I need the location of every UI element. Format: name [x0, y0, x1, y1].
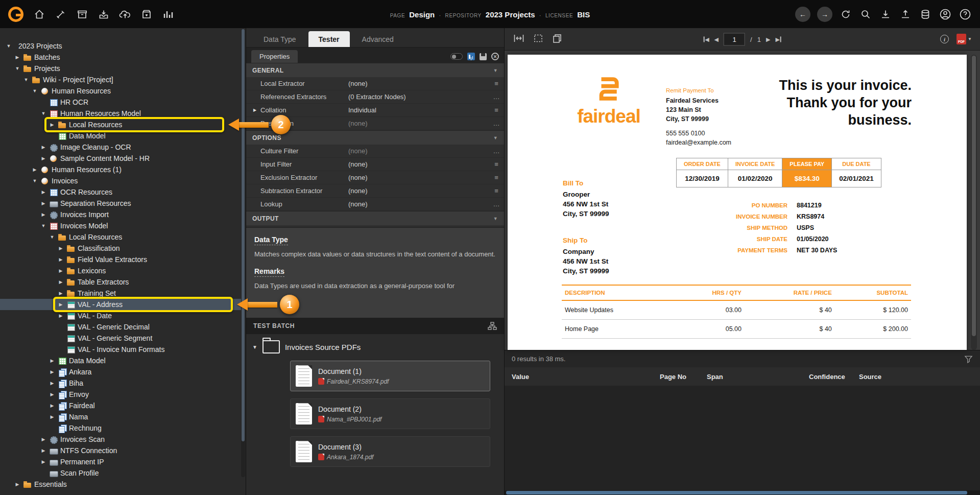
batches-archive-icon[interactable]: [76, 8, 89, 21]
expander-icon[interactable]: ▶: [40, 459, 47, 464]
property-row[interactable]: Culture Filter(none)…: [246, 145, 504, 158]
property-row[interactable]: ▶CollationIndividual≡: [246, 104, 504, 117]
results-column-header[interactable]: Page No: [660, 373, 707, 381]
tree-item[interactable]: ▶VAL - Date: [0, 310, 246, 321]
property-value[interactable]: (none): [348, 160, 489, 168]
invoice-page[interactable]: fairdeal Remit Payment To Fairdeal Servi…: [508, 55, 967, 350]
tree-vertical-scrollbar[interactable]: [241, 29, 245, 477]
diagnostics-toggle[interactable]: [450, 53, 463, 60]
expander-icon[interactable]: ▶: [253, 108, 260, 112]
results-column-header[interactable]: Span: [707, 373, 809, 381]
cancel-icon[interactable]: ✕: [491, 53, 499, 60]
property-row[interactable]: Input Filter(none)≡: [246, 158, 504, 171]
tree-item[interactable]: ▶Nama: [0, 411, 246, 422]
fit-width-icon[interactable]: [513, 33, 525, 46]
tree-item[interactable]: ▶Human Resources (1): [0, 164, 246, 175]
expander-icon[interactable]: ▼: [40, 223, 47, 228]
tree-item[interactable]: HR OCR: [0, 97, 246, 108]
results-column-header[interactable]: Value: [512, 373, 660, 381]
property-value[interactable]: (none): [348, 147, 489, 155]
tree-item[interactable]: ▶OCR Resources: [0, 186, 246, 198]
expander-icon[interactable]: ▼: [49, 234, 56, 240]
selection-region-icon[interactable]: [533, 33, 544, 46]
home-icon[interactable]: [33, 8, 46, 21]
document-card[interactable]: Document (3)Ankara_1874.pdf: [290, 436, 490, 467]
download-icon[interactable]: [879, 8, 892, 21]
user-account-icon[interactable]: [939, 8, 952, 21]
tree-item[interactable]: ▶Batches: [0, 52, 246, 63]
expander-icon[interactable]: ▶: [57, 313, 64, 318]
property-row[interactable]: Referenced Extractors(0 Extractor Nodes)…: [246, 90, 504, 104]
expander-icon[interactable]: ▼: [31, 88, 38, 93]
expander-icon[interactable]: ▶: [40, 156, 47, 161]
tree-item[interactable]: ▼Invoices: [0, 175, 246, 186]
property-value[interactable]: Individual: [348, 106, 489, 114]
tree-item[interactable]: ▶VAL - Address: [0, 299, 246, 310]
expander-icon[interactable]: ▶: [57, 257, 64, 262]
favorites-box-icon[interactable]: [140, 8, 153, 21]
expander-icon[interactable]: ▶: [49, 403, 56, 408]
expander-icon[interactable]: ▶: [57, 268, 64, 273]
stats-mini-icon[interactable]: [467, 53, 475, 60]
expander-icon[interactable]: ▶: [57, 302, 64, 307]
tree-item[interactable]: Rechnung: [0, 422, 246, 434]
tree-item[interactable]: ▼Human Resources: [0, 85, 246, 97]
tree-item[interactable]: ▶NTFS Connection: [0, 445, 246, 456]
hierarchy-icon[interactable]: [488, 322, 497, 330]
expander-icon[interactable]: ▶: [57, 246, 64, 251]
menu-icon[interactable]: ≡: [489, 174, 504, 181]
page-number-input[interactable]: 1: [724, 33, 745, 45]
batch-folder-row[interactable]: ▼ Invoices Source PDFs: [246, 340, 504, 353]
menu-icon[interactable]: ≡: [489, 80, 504, 87]
expander-icon[interactable]: ▶: [49, 392, 56, 397]
property-section-header[interactable]: OPTIONS▼: [246, 130, 504, 145]
expander-icon[interactable]: ▼: [14, 66, 21, 71]
expander-icon[interactable]: ▶: [49, 414, 56, 419]
next-page-button[interactable]: ▶: [766, 36, 770, 42]
upload-icon[interactable]: [899, 8, 912, 21]
menu-icon[interactable]: ≡: [489, 187, 504, 195]
stats-chart-icon[interactable]: [161, 8, 175, 21]
tree-item[interactable]: ▼Wiki - Project [Project]: [0, 74, 246, 85]
cloud-upload-icon[interactable]: [118, 8, 132, 21]
property-section-header[interactable]: OUTPUT▼: [246, 211, 504, 225]
tree-item[interactable]: Scan Profile: [0, 467, 246, 479]
viewer-vertical-scrollbar[interactable]: [971, 55, 977, 350]
expander-icon[interactable]: ▶: [40, 201, 47, 206]
expander-icon[interactable]: ▶: [40, 145, 47, 150]
menu-icon[interactable]: ≡: [489, 106, 504, 114]
repository-value[interactable]: 2023 Projects: [486, 10, 535, 18]
first-page-button[interactable]: ◀: [703, 36, 709, 42]
tree-item[interactable]: ▶Training Set: [0, 288, 246, 299]
tree-item[interactable]: ▶Ankara: [0, 366, 246, 378]
tree-item[interactable]: ▼Projects: [0, 63, 246, 74]
property-value[interactable]: (none): [348, 174, 489, 181]
tree-item[interactable]: ▶Lexicons: [0, 265, 246, 276]
tree-item[interactable]: ▶Table Extractors: [0, 276, 246, 288]
expander-icon[interactable]: ▶: [40, 437, 47, 442]
expander-icon[interactable]: ▶: [40, 448, 47, 453]
tree-item[interactable]: ▶Local Resources: [0, 119, 246, 130]
tree-item[interactable]: ▶Data Model: [0, 355, 246, 366]
tree-item[interactable]: ▶Separation Resources: [0, 198, 246, 209]
document-card[interactable]: Document (2)Nama_#PBJ001.pdf: [290, 398, 490, 429]
pages-thumbnails-icon[interactable]: [552, 33, 563, 46]
design-tools-icon[interactable]: [54, 8, 67, 21]
properties-title[interactable]: Properties: [251, 50, 298, 63]
expander-icon[interactable]: ▼: [40, 111, 47, 116]
property-row[interactable]: Exclusion Extractor(none)≡: [246, 171, 504, 184]
tree-item[interactable]: ▶Invoices Scan: [0, 434, 246, 445]
tree-item[interactable]: ▶Field Value Extractors: [0, 254, 246, 265]
licensee-value[interactable]: BIS: [577, 10, 590, 18]
expander-icon[interactable]: ▼: [22, 77, 30, 82]
tree-item[interactable]: ▶Fairdeal: [0, 400, 246, 411]
tree-item[interactable]: ▶Envoy: [0, 389, 246, 400]
tree-item[interactable]: ▶Classification: [0, 243, 246, 254]
tree-item[interactable]: Data Model: [0, 130, 246, 142]
inbox-import-icon[interactable]: [97, 8, 110, 21]
tree-item[interactable]: ▼Local Resources: [0, 231, 246, 243]
tree-item[interactable]: ▶Essentials: [0, 479, 246, 490]
forward-button[interactable]: →: [817, 7, 832, 22]
expander-icon[interactable]: ▶: [14, 482, 21, 487]
property-row[interactable]: Local Extractor(none)≡: [246, 77, 504, 90]
